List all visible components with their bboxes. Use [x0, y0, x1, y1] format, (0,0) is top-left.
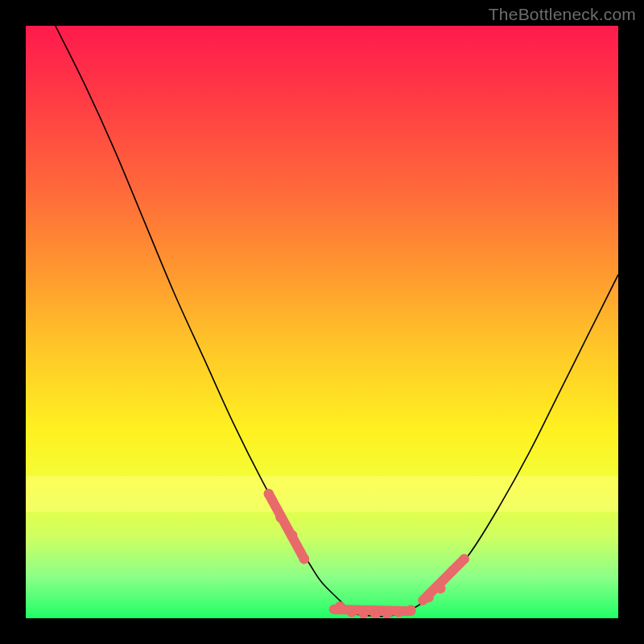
plot-area — [26, 26, 618, 618]
highlight-dot — [436, 584, 445, 593]
highlight-dot — [299, 554, 309, 564]
highlight-dot — [287, 530, 297, 540]
highlight-dots — [264, 489, 469, 618]
highlight-dot — [459, 554, 469, 564]
watermark-text: TheBottleneck.com — [489, 5, 636, 24]
chart-stage: TheBottleneck.com — [0, 0, 644, 644]
highlight-segment — [269, 493, 304, 559]
chart-svg — [26, 26, 618, 618]
highlight-dot — [358, 609, 368, 618]
highlight-dot — [448, 566, 457, 576]
highlight-dot — [394, 607, 403, 617]
highlight-dot — [423, 592, 433, 602]
highlight-dot — [347, 607, 357, 617]
highlight-dot — [335, 601, 345, 611]
highlight-dot — [264, 489, 274, 498]
highlight-segments — [269, 493, 464, 611]
highlight-dot — [275, 513, 285, 522]
highlight-dot — [406, 605, 415, 614]
bottleneck-curve — [56, 26, 618, 617]
